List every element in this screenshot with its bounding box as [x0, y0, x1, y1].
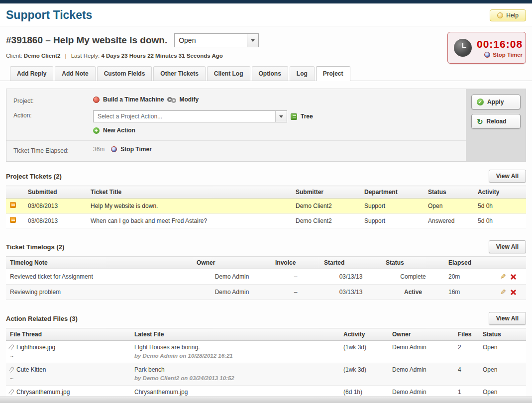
- stop-timer-link[interactable]: Stop Timer: [477, 52, 523, 58]
- column-header-activity: Activity: [474, 186, 526, 199]
- column-header-submitter: Submitter: [292, 186, 360, 199]
- page-footer: [0, 397, 532, 403]
- action-related-files-table: File Thread Latest File Activity Owner F…: [6, 328, 526, 403]
- modify-link[interactable]: Modify: [179, 96, 199, 103]
- tab-custom-fields[interactable]: Custom Fields: [97, 66, 152, 81]
- tab-add-reply[interactable]: Add Reply: [10, 66, 53, 81]
- cell-submitted: 03/08/2013: [24, 213, 87, 228]
- chevron-down-icon: [251, 39, 255, 42]
- action-row-content: Select a Project Action... Tree New Acti…: [93, 110, 313, 134]
- cell-owner: Demo Admin: [388, 341, 454, 363]
- tab-project[interactable]: Project: [316, 66, 350, 81]
- apply-button[interactable]: Apply: [471, 95, 521, 109]
- project-tickets-table: Submitted Ticket Title Submitter Departm…: [6, 186, 526, 228]
- tab-other-tickets[interactable]: Other Tickets: [153, 66, 205, 81]
- action-label: Action:: [13, 110, 93, 119]
- column-header-submitted: Submitted: [24, 186, 87, 199]
- latest-file-byline: by Demo Admin on 10/28/2012 16:21: [134, 353, 335, 359]
- tab-log[interactable]: Log: [290, 66, 315, 81]
- page-title: Support Tickets: [6, 8, 92, 22]
- chevron-down-icon: [279, 115, 283, 118]
- edit-icon[interactable]: ✎: [500, 288, 506, 296]
- column-header-files: Files: [454, 328, 479, 341]
- panel-buttons-area: Apply ↻ Reload: [466, 89, 526, 161]
- ticket-timelogs-section-head: Ticket Timelogs (2) View All: [6, 240, 526, 253]
- delete-icon[interactable]: [510, 274, 516, 280]
- table-row[interactable]: Reviewing problem Demo Admin – 03/13/13 …: [6, 285, 526, 300]
- column-header-status: Status: [479, 328, 526, 341]
- latest-file-title[interactable]: Park bench: [134, 366, 335, 373]
- cell-activity: 5d 0h: [474, 199, 526, 213]
- file-thread-name[interactable]: Lighthouse.jpg: [16, 344, 55, 351]
- help-button[interactable]: Help: [490, 9, 526, 21]
- column-header-owner: Owner: [193, 257, 271, 269]
- ticket-icon: [10, 217, 16, 223]
- cell-submitted: 03/08/2013: [24, 199, 87, 213]
- tree-icon: [291, 113, 297, 120]
- project-tickets-header-row: Submitted Ticket Title Submitter Departm…: [6, 186, 526, 199]
- column-header-owner: Owner: [388, 328, 454, 341]
- project-name-link[interactable]: Build a Time Machine: [103, 96, 164, 103]
- latest-file-title[interactable]: Chrysanthemum.jpg: [134, 389, 335, 396]
- ticket-icon: [10, 202, 16, 208]
- project-tickets-view-all-button[interactable]: View All: [489, 170, 526, 183]
- column-header-file-thread: File Thread: [6, 328, 130, 341]
- file-thread-name[interactable]: Cute Kitten: [16, 366, 46, 373]
- table-row[interactable]: Cute Kitten ~ Park bench by Demo Client2…: [6, 363, 526, 386]
- client-label: Client:: [6, 53, 22, 59]
- last-reply-value: 4 Days 23 Hours 22 Minutes 31 Seconds Ag…: [101, 53, 222, 59]
- column-header-timelog-note: Timelog Note: [6, 257, 193, 269]
- elapsed-value: 36m: [93, 146, 105, 153]
- action-related-files-title: Action Related Files (3): [6, 315, 78, 322]
- cell-activity: 5d 0h: [474, 213, 526, 228]
- latest-file-title[interactable]: LIght Houses are boring.: [134, 344, 335, 351]
- table-row[interactable]: Lighthouse.jpg ~ LIght Houses are boring…: [6, 341, 526, 363]
- top-navy-bar: [0, 0, 532, 3]
- ticket-status-select[interactable]: Open: [174, 33, 259, 47]
- column-header-status: Status: [382, 257, 444, 269]
- edit-icon[interactable]: ✎: [500, 273, 506, 281]
- stop-timer-icon: [484, 52, 490, 58]
- cell-submitter: Demo Client2: [292, 213, 360, 228]
- tab-client-log[interactable]: Client Log: [207, 66, 250, 81]
- column-header-department: Department: [360, 186, 424, 199]
- action-select-row: Select a Project Action... Tree: [93, 110, 313, 122]
- new-action-link[interactable]: New Action: [103, 127, 135, 134]
- new-action-plus-icon: [93, 127, 100, 134]
- cell-status: Open: [479, 363, 526, 386]
- action-related-files-view-all-button[interactable]: View All: [489, 312, 526, 325]
- file-thread-name[interactable]: Chrysanthemum.jpg: [16, 389, 70, 396]
- select-arrow-box: [247, 34, 258, 47]
- tree-link[interactable]: Tree: [301, 113, 313, 120]
- cell-started: 03/13/13: [320, 269, 382, 285]
- cell-activity: (1wk 3d): [339, 363, 388, 386]
- tab-options[interactable]: Options: [252, 66, 288, 81]
- project-row-content: Build a Time Machine Modify: [93, 96, 199, 103]
- ticket-timelogs-view-all-button[interactable]: View All: [489, 240, 526, 253]
- timer-box: 00:16:08 Stop Timer: [447, 32, 526, 64]
- panel-stop-timer-link[interactable]: Stop Timer: [120, 146, 151, 153]
- cell-status: Complete: [382, 269, 444, 285]
- reload-button[interactable]: ↻ Reload: [471, 114, 521, 129]
- ticket-status-value: Open: [179, 36, 196, 44]
- cell-activity: (1wk 3d): [339, 341, 388, 363]
- cell-invoice: –: [271, 269, 320, 285]
- project-panel: Project: Build a Time Machine Modify Act…: [6, 89, 526, 162]
- cell-department: Support: [360, 199, 424, 213]
- elapsed-label: Ticket Time Elapsed:: [13, 146, 93, 154]
- elapsed-row-content: 36m Stop Timer: [93, 146, 152, 153]
- check-icon: [477, 99, 484, 105]
- table-row[interactable]: Reviewed ticket for Assignment Demo Admi…: [6, 269, 526, 285]
- paperclip-icon: [8, 344, 14, 350]
- project-action-select[interactable]: Select a Project Action...: [93, 110, 287, 122]
- delete-icon[interactable]: [510, 289, 516, 295]
- table-row[interactable]: 03/08/2013 When can I go back and meet F…: [6, 213, 526, 228]
- new-action-row: New Action: [93, 127, 313, 134]
- elapsed-row: Ticket Time Elapsed: 36m Stop Timer: [6, 140, 466, 157]
- cell-owner: Demo Admin: [193, 269, 271, 285]
- tab-add-note[interactable]: Add Note: [55, 66, 95, 81]
- column-header-activity: Activity: [339, 328, 388, 341]
- files-header-row: File Thread Latest File Activity Owner F…: [6, 328, 526, 341]
- table-row[interactable]: 03/08/2013 Help My website is down. Demo…: [6, 199, 526, 213]
- column-header-latest-file: Latest File: [130, 328, 339, 341]
